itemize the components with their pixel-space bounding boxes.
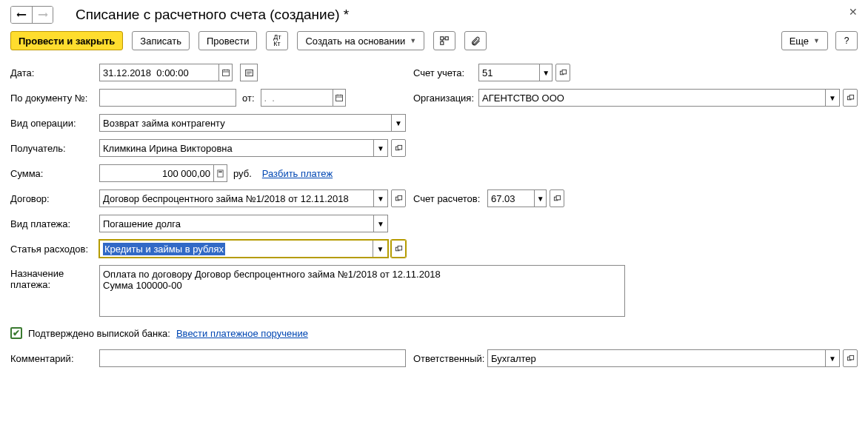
reference-icon[interactable] bbox=[240, 64, 258, 81]
chevron-down-icon[interactable]: ▼ bbox=[825, 350, 839, 366]
docdate-input[interactable] bbox=[261, 93, 333, 104]
paykind-field[interactable]: ▼ bbox=[99, 215, 388, 232]
purpose-label: Назначение платежа: bbox=[10, 265, 99, 290]
sum-input[interactable] bbox=[100, 168, 213, 179]
account-input[interactable] bbox=[479, 67, 539, 78]
date-label: Дата: bbox=[10, 67, 99, 78]
confirmed-label: Подтверждено выпиской банка: bbox=[28, 328, 170, 339]
comment-input[interactable] bbox=[100, 353, 405, 364]
org-label: Организация: bbox=[413, 93, 478, 104]
help-button[interactable]: ? bbox=[835, 31, 858, 50]
close-button[interactable]: ✕ bbox=[849, 6, 858, 18]
open-icon[interactable] bbox=[391, 189, 406, 207]
svg-rect-24 bbox=[218, 171, 222, 172]
svg-rect-28 bbox=[556, 195, 561, 200]
contract-field[interactable]: ▼ bbox=[99, 189, 388, 207]
payee-field[interactable]: ▼ bbox=[99, 139, 388, 157]
dt-kt-button[interactable]: Дт Кт bbox=[266, 31, 288, 50]
responsible-field[interactable]: ▼ bbox=[487, 349, 840, 367]
page-title: Списание с расчетного счета (создание) * bbox=[76, 7, 349, 23]
settleacc-field[interactable]: ▼ bbox=[487, 189, 547, 207]
account-field[interactable]: ▼ bbox=[478, 64, 552, 81]
write-button[interactable]: Записать bbox=[132, 31, 190, 50]
more-label: Еще bbox=[789, 36, 809, 47]
purpose-textarea[interactable] bbox=[99, 265, 625, 317]
paykind-input[interactable] bbox=[100, 218, 373, 229]
responsible-label: Ответственный: bbox=[413, 353, 487, 364]
create-based-on-label: Создать на основании bbox=[305, 36, 405, 47]
svg-rect-22 bbox=[398, 145, 402, 150]
opkind-label: Вид операции: bbox=[10, 118, 99, 129]
chevron-down-icon[interactable]: ▼ bbox=[825, 90, 839, 106]
payee-label: Получатель: bbox=[10, 143, 99, 154]
from-label: от: bbox=[242, 93, 255, 104]
svg-rect-2 bbox=[441, 41, 444, 44]
settleacc-label: Счет расчетов: bbox=[413, 193, 487, 204]
date-field[interactable] bbox=[99, 64, 233, 81]
svg-rect-15 bbox=[335, 95, 342, 101]
svg-rect-0 bbox=[441, 37, 444, 40]
chevron-down-icon[interactable]: ▼ bbox=[373, 140, 387, 156]
paykind-label: Вид платежа: bbox=[10, 218, 99, 229]
expitem-label: Статья расходов: bbox=[10, 244, 99, 255]
sum-label: Сумма: bbox=[10, 168, 99, 179]
contract-label: Договор: bbox=[10, 193, 99, 204]
chevron-down-icon: ▼ bbox=[410, 37, 416, 44]
contract-input[interactable] bbox=[100, 193, 373, 204]
chevron-down-icon[interactable]: ▼ bbox=[373, 190, 387, 207]
sum-field[interactable] bbox=[99, 164, 227, 182]
chevron-down-icon: ▼ bbox=[813, 37, 820, 44]
post-button[interactable]: Провести bbox=[198, 31, 258, 50]
expitem-value: Кредиты и займы в рублях bbox=[103, 243, 225, 255]
settleacc-input[interactable] bbox=[488, 193, 534, 204]
chevron-down-icon[interactable]: ▼ bbox=[373, 215, 387, 232]
svg-rect-30 bbox=[398, 246, 402, 250]
create-based-on-button[interactable]: Создать на основании ▼ bbox=[297, 31, 424, 50]
open-icon[interactable] bbox=[843, 89, 858, 107]
open-icon[interactable] bbox=[555, 64, 570, 81]
calculator-icon[interactable] bbox=[213, 165, 227, 181]
opkind-input[interactable] bbox=[100, 118, 391, 129]
svg-rect-32 bbox=[849, 355, 854, 360]
docnum-field[interactable] bbox=[99, 89, 236, 107]
open-icon[interactable] bbox=[843, 349, 858, 367]
svg-rect-14 bbox=[562, 70, 567, 74]
structure-button[interactable] bbox=[433, 31, 455, 50]
docdate-field[interactable] bbox=[261, 89, 346, 107]
post-and-close-button[interactable]: Провести и закрыть bbox=[10, 31, 123, 50]
comment-label: Комментарий: bbox=[10, 353, 99, 364]
svg-rect-26 bbox=[398, 195, 402, 200]
docnum-input[interactable] bbox=[100, 93, 236, 104]
account-label: Счет учета: bbox=[413, 67, 478, 78]
chevron-down-icon[interactable]: ▼ bbox=[373, 241, 387, 257]
more-button[interactable]: Еще ▼ bbox=[781, 31, 828, 50]
org-input[interactable] bbox=[479, 93, 825, 104]
chevron-down-icon[interactable]: ▼ bbox=[534, 190, 546, 207]
back-button[interactable]: 🠔 bbox=[11, 7, 32, 23]
svg-rect-20 bbox=[849, 95, 854, 99]
open-icon[interactable] bbox=[391, 240, 406, 258]
docnum-label: По документу №: bbox=[10, 93, 99, 104]
split-payment-link[interactable]: Разбить платеж bbox=[262, 168, 333, 179]
calendar-icon[interactable] bbox=[218, 64, 232, 81]
date-input[interactable] bbox=[100, 67, 218, 78]
expitem-field[interactable]: Кредиты и займы в рублях ▼ bbox=[99, 240, 388, 258]
opkind-field[interactable]: ▼ bbox=[99, 114, 406, 132]
chevron-down-icon[interactable]: ▼ bbox=[391, 115, 405, 131]
nav-buttons: 🠔 🠖 bbox=[10, 6, 53, 24]
confirmed-checkbox[interactable]: ✔ bbox=[10, 327, 22, 339]
comment-field[interactable] bbox=[99, 349, 406, 367]
svg-rect-5 bbox=[222, 70, 229, 76]
open-icon[interactable] bbox=[391, 139, 406, 157]
currency-label: руб. bbox=[233, 168, 252, 179]
payee-input[interactable] bbox=[100, 143, 373, 154]
attachments-button[interactable] bbox=[464, 31, 487, 50]
chevron-down-icon[interactable]: ▼ bbox=[539, 64, 552, 81]
svg-rect-1 bbox=[445, 37, 448, 40]
org-field[interactable]: ▼ bbox=[478, 89, 840, 107]
enter-payment-order-link[interactable]: Ввести платежное поручение bbox=[176, 328, 308, 339]
calendar-icon[interactable] bbox=[333, 90, 345, 106]
responsible-input[interactable] bbox=[488, 353, 825, 364]
open-icon[interactable] bbox=[550, 189, 564, 207]
forward-button[interactable]: 🠖 bbox=[32, 7, 53, 23]
